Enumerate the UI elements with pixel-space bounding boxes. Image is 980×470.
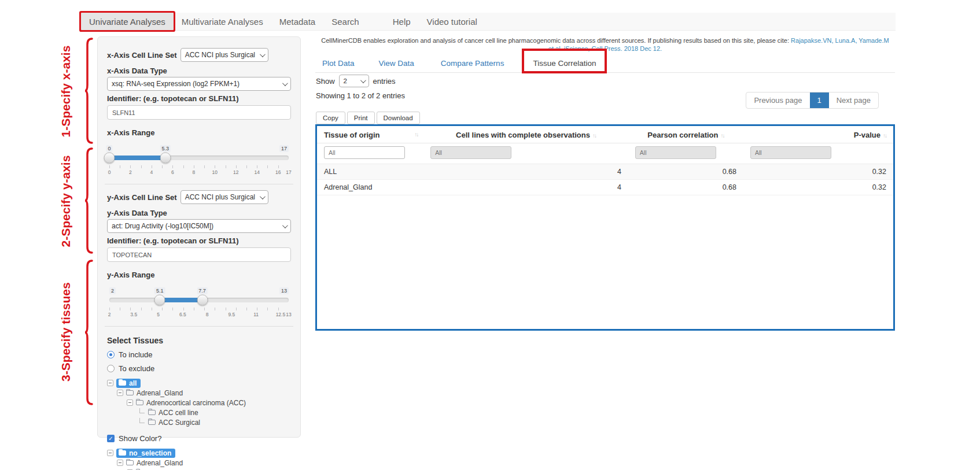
citation-link[interactable]: Rajapakse.VN, Luna.A, Yamade.M [791,37,889,44]
radio-to-exclude-label: To exclude [119,364,154,373]
y-data-type-label: y-Axis Data Type [107,209,291,217]
chevron-down-icon [282,80,288,86]
tree-node-adrenal-gland[interactable]: Adrenal_Gland [107,388,291,397]
checkbox-checked-icon: ✓ [107,435,115,442]
tab-plot-data[interactable]: Plot Data [315,56,362,72]
x-cell-line-set-select[interactable]: ACC NCI plus Surgical [180,48,268,62]
sort-icon[interactable]: ↑↓ [720,132,724,139]
nav-help[interactable]: Help [385,13,419,30]
collapse-icon[interactable] [127,399,133,406]
y-identifier-input[interactable] [107,247,291,262]
tree-node-acc[interactable]: Adrenocortical carcinoma (ACC) [107,398,291,407]
divider [105,326,293,327]
sidebar-controls: x-Axis Cell Line Set ACC NCI plus Surgic… [97,36,301,438]
x-identifier-input[interactable] [107,105,291,120]
annotation-bracket-x-axis [84,37,94,145]
sort-icon[interactable]: ↑↓ [414,131,418,138]
page: Univariate Analyses Multivariate Analyse… [0,0,980,470]
entries-count-value: 2 [344,77,347,84]
slider-track[interactable] [109,156,289,160]
filter-cell-lines [430,146,511,159]
annotation-bracket-y-axis [84,147,94,254]
cell-count: 4 [423,164,628,180]
slider-handle-to[interactable] [197,295,208,306]
slider-handle-from[interactable] [154,295,165,306]
filter-pearson-correlation [635,146,716,159]
entries-count-select[interactable]: 2 [339,75,369,87]
show-color-label: Show Color? [119,434,161,443]
nav-metadata[interactable]: Metadata [271,13,324,30]
tree-node-all[interactable]: all [107,379,291,387]
tab-tissue-correlation[interactable]: Tissue Correlation [526,56,603,72]
show-entries-suffix: entries [373,77,396,86]
col-header-label: P-value [854,131,880,139]
y-range-label: y-Axis Range [107,271,291,279]
col-header-cell-lines[interactable]: Cell lines with complete observations↑↓ [423,126,628,143]
slider-from-label: 0 [106,145,112,152]
sort-icon[interactable]: ↑↓ [592,132,596,139]
analysis-tabs: Plot Data View Data Compare Patterns Tis… [315,56,895,73]
slider-max-label: 13 [279,287,289,294]
collapse-icon[interactable] [117,390,123,396]
radio-to-include-label: To include [119,350,153,359]
y-cell-line-set-label: y-Axis Cell Line Set [107,193,177,202]
tab-compare-patterns[interactable]: Compare Patterns [434,56,511,72]
table-header-row: Tissue of origin↑↓ Cell lines with compl… [317,126,893,143]
divider [105,184,293,184]
slider-from-label: 5.1 [154,287,165,294]
filter-p-value [750,146,831,159]
folder-icon [136,400,143,405]
collapse-icon[interactable] [117,460,123,466]
tree-node-label: Adrenocortical carcinoma (ACC) [146,399,246,407]
sort-icon[interactable]: ↑↓ [883,132,886,139]
cell-tissue: Adrenal_Gland [317,180,423,195]
nav-univariate-analyses[interactable]: Univariate Analyses [81,13,174,30]
next-page-button[interactable]: Next page [829,92,878,108]
y-axis-range-slider[interactable]: 2 5.1 7.7 13 23.556.589.51112.513 [109,287,289,318]
folder-icon [148,410,156,415]
col-header-pearson-correlation[interactable]: Pearson correlation↑↓ [628,126,743,143]
slider-handle-from[interactable] [104,153,115,164]
show-color-checkbox-row[interactable]: ✓ Show Color? [107,434,291,443]
tree-node-no-selection[interactable]: no_selection [107,449,291,457]
tree-node-acc-cell-line[interactable]: ACC cell line [107,408,291,417]
x-range-label: x-Axis Range [107,128,291,137]
slider-handle-to[interactable] [160,153,171,164]
radio-to-exclude[interactable]: To exclude [107,364,291,373]
page-1-button[interactable]: 1 [810,92,829,108]
print-button[interactable]: Print [347,112,375,124]
collapse-icon[interactable] [107,380,113,386]
col-header-tissue-of-origin[interactable]: Tissue of origin↑↓ [317,126,423,143]
nav-multivariate-analyses[interactable]: Multivariate Analyses [174,13,271,30]
annotation-bracket-tissues [84,259,94,406]
radio-to-include[interactable]: To include [107,350,291,359]
nav-search[interactable]: Search [323,13,367,30]
previous-page-button[interactable]: Previous page [746,92,809,108]
tab-view-data[interactable]: View Data [372,56,421,72]
chevron-down-icon [260,51,266,57]
folder-icon [126,460,134,465]
copy-button[interactable]: Copy [316,112,345,124]
slider-tickmarks [109,165,289,168]
tree-node-acc-surgical[interactable]: ACC Surgical [107,418,291,427]
table-info-text: Showing 1 to 2 of 2 entries [316,91,405,100]
x-data-type-select[interactable]: xsq: RNA-seq Expression (log2 FPKM+1) [107,77,291,91]
x-cell-line-set-label: x-Axis Cell Line Set [107,51,177,60]
y-cell-line-set-select[interactable]: ACC NCI plus Surgical [180,190,268,204]
tree-node-label: ACC Surgical [159,419,200,427]
download-button[interactable]: Download [377,112,420,124]
x-cell-line-set-value: ACC NCI plus Surgical [185,51,255,59]
nav-video-tutorial[interactable]: Video tutorial [419,13,485,30]
slider-fill [109,156,165,160]
x-data-type-value: xsq: RNA-seq Expression (log2 FPKM+1) [112,80,240,88]
x-axis-range-slider[interactable]: 0 5.3 17 024681012141617 [109,145,289,176]
col-header-label: Cell lines with complete observations [456,131,590,139]
collapse-icon[interactable] [107,450,113,456]
tree-node-adrenal-gland[interactable]: Adrenal_Gland [107,458,291,467]
tissue-tree-include: all Adrenal_Gland Adrenocortical carcino… [107,379,291,427]
y-data-type-select[interactable]: act: Drug Activity (-log10[IC50M]) [107,219,291,233]
col-header-p-value[interactable]: P-value↑↓ [743,126,893,143]
filter-tissue-of-origin[interactable] [324,146,405,159]
tree-node-label: no_selection [129,449,171,457]
col-header-label: Pearson correlation [647,131,718,139]
